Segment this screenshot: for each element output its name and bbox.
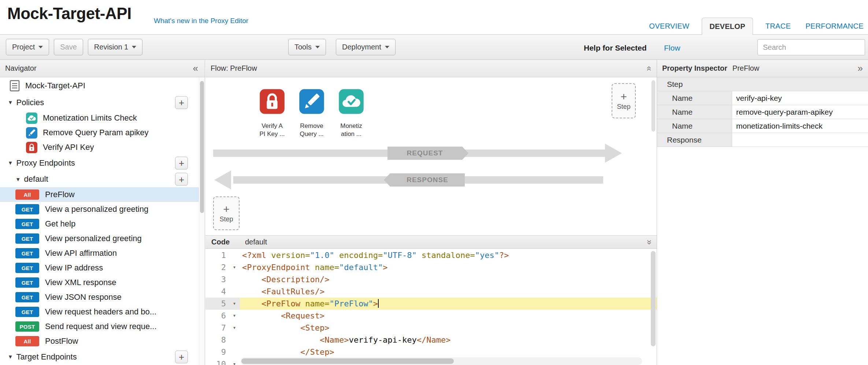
deployment-menu-button[interactable]: Deployment (336, 39, 396, 55)
line-number: 2 (205, 261, 229, 273)
revision-button-label: Revision 1 (94, 43, 128, 51)
nav-flow-item[interactable]: GETView JSON response (0, 290, 199, 305)
property-value[interactable]: monetization-limits-check (732, 119, 868, 133)
tab-performance[interactable]: PERFORMANCE (803, 18, 866, 35)
add-target-endpoint-button[interactable]: + (175, 350, 188, 363)
nav-flow-item[interactable]: AllPreFlow (0, 187, 199, 202)
nav-flow-item[interactable]: GETView XML response (0, 275, 199, 290)
target-endpoints-section-label: Target Endpoints (16, 352, 77, 362)
pencil-policy-icon (298, 88, 325, 115)
code-editor[interactable]: 1<?xml version="1.0" encoding="UTF-8" st… (205, 249, 657, 365)
code-vertical-scrollbar[interactable] (651, 251, 656, 346)
revision-menu-button[interactable]: Revision 1 (88, 39, 142, 55)
add-policy-button[interactable]: + (175, 96, 188, 109)
code-text: </Step> (240, 346, 334, 358)
pencil-policy-icon (26, 127, 38, 139)
tab-develop[interactable]: DEVELOP (702, 18, 753, 35)
response-arrowhead-icon (214, 170, 231, 189)
nav-flow-item[interactable]: POSTSend request and view reque... (0, 319, 199, 334)
scrollbar-thumb[interactable] (241, 358, 454, 364)
property-value[interactable]: verify-api-key (732, 91, 868, 105)
search-input[interactable] (757, 39, 865, 55)
nav-flow-item[interactable]: GETView request headers and bo... (0, 305, 199, 319)
line-number: 6 (205, 310, 229, 322)
navigator-tree: Mock-Target-API ▾ Policies + Monetizatio… (0, 77, 199, 365)
fold-arrow-icon[interactable]: ▾ (229, 298, 240, 310)
fold-arrow-icon[interactable]: ▾ (229, 310, 240, 322)
add-step-label: Step (219, 215, 233, 223)
flow-label: View API affirmation (45, 248, 117, 258)
fold-arrow-icon[interactable]: ▾ (229, 322, 240, 334)
nav-item-proxy-root[interactable]: Mock-Target-API (0, 77, 199, 94)
code-text: <Name>verify-api-key</Name> (240, 334, 451, 346)
code-text: <Step> (240, 322, 329, 334)
tab-trace[interactable]: TRACE (763, 18, 793, 35)
code-panel-header: Code default « (205, 235, 657, 249)
help-selected-flow-link[interactable]: Flow (664, 44, 680, 52)
method-badge: POST (15, 321, 39, 332)
code-panel-title: Code (211, 238, 230, 246)
inspector-row-name: Nameremove-query-param-apikey (657, 105, 868, 119)
flow-step-label: RemoveQuery ... (292, 122, 331, 138)
tools-menu-button[interactable]: Tools (288, 39, 326, 55)
nav-flow-item[interactable]: GETView personalized greeting (0, 231, 199, 246)
collapse-flow-panel-icon[interactable]: « (644, 66, 654, 71)
nav-flow-item[interactable]: GETGet help (0, 217, 199, 231)
code-lines: 1<?xml version="1.0" encoding="UTF-8" st… (205, 249, 657, 365)
nav-section-target-endpoints[interactable]: ▾ Target Endpoints + (0, 349, 199, 365)
whats-new-link[interactable]: What's new in the Proxy Editor (154, 17, 248, 25)
nav-policy-item[interactable]: Verify API Key (0, 140, 199, 155)
collapse-code-panel-icon[interactable]: « (643, 240, 653, 244)
flow-step[interactable]: RemoveQuery ... (292, 88, 331, 138)
fold-arrow-icon[interactable]: ▾ (229, 261, 240, 273)
nav-section-policies[interactable]: ▾ Policies + (0, 94, 199, 111)
flow-step-label: Verify API Key ... (252, 122, 292, 138)
line-number: 7 (205, 322, 229, 334)
navigator-scrollbar[interactable] (199, 77, 205, 365)
nav-policy-item[interactable]: Remove Query Param apikey (0, 125, 199, 140)
nav-flow-item[interactable]: GETView IP address (0, 261, 199, 275)
project-button-label: Project (12, 43, 35, 51)
code-line: 1<?xml version="1.0" encoding="UTF-8" st… (205, 249, 657, 261)
expand-inspector-icon[interactable]: » (858, 63, 863, 74)
tab-overview[interactable]: OVERVIEW (647, 18, 691, 35)
flow-canvas: Verify API Key ...RemoveQuery ...Monetiz… (205, 77, 657, 235)
flow-scrollbar[interactable] (652, 80, 655, 132)
property-value[interactable]: remove-query-param-apikey (732, 105, 868, 119)
default-group-label: default (24, 174, 48, 184)
property-label: Response (657, 133, 732, 147)
code-line: 4 <FaultRules/> (205, 285, 657, 298)
save-button[interactable]: Save (54, 39, 83, 55)
add-step-button-response[interactable]: + Step (213, 196, 240, 230)
fold-spacer (229, 273, 240, 285)
nav-flow-item[interactable]: AllPostFlow (0, 334, 199, 349)
cloud-check-policy-icon (26, 112, 38, 124)
method-badge: GET (15, 307, 39, 317)
add-flow-button[interactable]: + (175, 173, 188, 186)
cloud-check-policy-icon (338, 88, 364, 115)
nav-flow-item[interactable]: GETView API affirmation (0, 246, 199, 261)
lock-policy-icon (259, 88, 285, 115)
property-value[interactable] (732, 133, 868, 147)
flow-label: View request headers and bo... (45, 307, 156, 317)
project-menu-button[interactable]: Project (6, 39, 49, 55)
nav-flow-item[interactable]: GETView a personalized greeting (0, 202, 199, 217)
fold-arrow-icon[interactable]: ▾ (229, 358, 240, 365)
nav-group-default[interactable]: ▾ default + (0, 171, 199, 187)
flow-step[interactable]: Verify API Key ... (252, 88, 292, 138)
flow-step[interactable]: Monetization ... (331, 88, 371, 138)
add-proxy-endpoint-button[interactable]: + (175, 156, 188, 169)
collapse-navigator-icon[interactable]: « (193, 63, 200, 74)
add-step-button-request[interactable]: + Step (612, 83, 636, 118)
nav-policy-item[interactable]: Monetization Limits Check (0, 111, 199, 125)
policy-label: Verify API Key (43, 143, 94, 152)
inspector-row-name: Nameverify-api-key (657, 91, 868, 105)
nav-section-proxy-endpoints[interactable]: ▾ Proxy Endpoints + (0, 155, 199, 171)
line-number: 3 (205, 273, 229, 285)
code-horizontal-scrollbar[interactable] (241, 357, 642, 365)
scrollbar-thumb[interactable] (200, 81, 204, 213)
code-line: 2▾<ProxyEndpoint name="default"> (205, 261, 657, 273)
caret-down-icon (132, 46, 136, 48)
flow-panel-title: Flow: PreFlow (211, 64, 257, 73)
tools-button-label: Tools (294, 43, 312, 51)
